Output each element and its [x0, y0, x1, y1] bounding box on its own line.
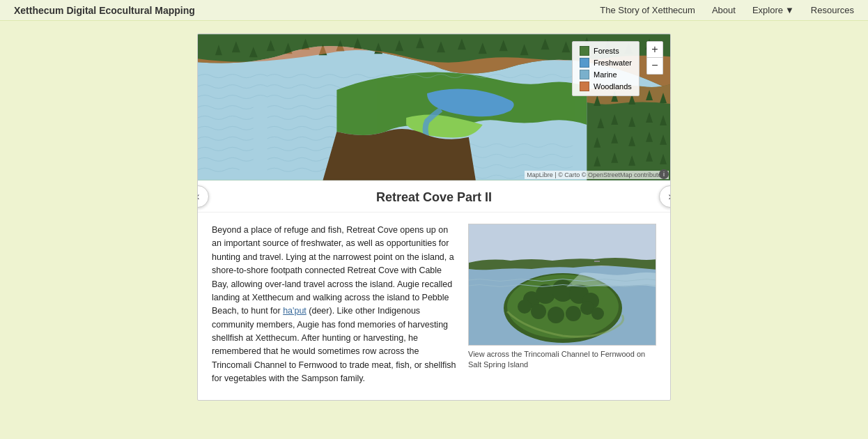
- legend-swatch-woodlands: [580, 82, 589, 91]
- slide-text-block: Beyond a place of refuge and fish, Retre…: [212, 224, 457, 386]
- legend-item-freshwater: Freshwater: [580, 58, 632, 68]
- map-legend: Forests Freshwater Marine Woodlands: [572, 41, 640, 96]
- chevron-right-icon: ›: [668, 190, 671, 203]
- prev-slide-button[interactable]: ‹: [197, 185, 209, 208]
- legend-swatch-marine: [580, 70, 589, 79]
- site-logo: Xetthecum Digital Ecocultural Mapping: [14, 5, 195, 16]
- nav-explore[interactable]: Explore ▼: [752, 5, 794, 15]
- next-slide-button[interactable]: ›: [659, 185, 671, 208]
- map-attribution: MapLibre | © Carto © OpenStreetMap contr…: [525, 171, 669, 179]
- slide-content: Beyond a place of refuge and fish, Retre…: [198, 213, 670, 400]
- legend-item-marine: Marine: [580, 70, 632, 79]
- navbar: Xetthecum Digital Ecocultural Mapping Th…: [0, 0, 868, 21]
- slide-image-caption: View across the Trincomali Channel to Fe…: [468, 349, 656, 371]
- legend-label-woodlands: Woodlands: [594, 82, 632, 91]
- main-content: + − Forests Freshwater Marine: [0, 21, 868, 439]
- slide-image: [468, 224, 656, 346]
- slide-text-after: (deer). Like other Indigenous community …: [212, 306, 456, 383]
- slide-title-section: ‹ Retreat Cove Part II ›: [198, 180, 670, 213]
- legend-label-marine: Marine: [594, 70, 617, 79]
- nav-about[interactable]: About: [712, 5, 736, 15]
- svg-point-58: [566, 306, 581, 321]
- slide-text-link[interactable]: ha'put: [283, 306, 307, 316]
- svg-point-57: [548, 307, 564, 323]
- map-info-icon[interactable]: i: [659, 169, 669, 179]
- zoom-in-button[interactable]: +: [646, 41, 663, 58]
- legend-item-woodlands: Woodlands: [580, 82, 632, 91]
- legend-swatch-freshwater: [580, 58, 589, 68]
- map-section: + − Forests Freshwater Marine: [198, 34, 670, 180]
- slide-image-svg: [469, 224, 656, 346]
- chevron-left-icon: ‹: [197, 190, 200, 203]
- legend-item-forests: Forests: [580, 46, 632, 56]
- slide-text-main: Beyond a place of refuge and fish, Retre…: [212, 225, 454, 316]
- zoom-out-button[interactable]: −: [646, 58, 663, 75]
- svg-point-60: [591, 307, 604, 320]
- svg-point-55: [518, 300, 532, 314]
- nav-resources[interactable]: Resources: [811, 5, 854, 15]
- legend-label-freshwater: Freshwater: [594, 59, 632, 67]
- legend-label-forests: Forests: [594, 47, 619, 55]
- slide-image-block: View across the Trincomali Channel to Fe…: [468, 224, 656, 386]
- svg-rect-47: [594, 261, 600, 262]
- nav-story[interactable]: The Story of Xetthecum: [600, 5, 695, 15]
- svg-point-56: [531, 304, 546, 319]
- legend-swatch-forests: [580, 46, 589, 56]
- chevron-down-icon: ▼: [785, 5, 794, 15]
- slide-title: Retreat Cove Part II: [212, 190, 656, 205]
- map-controls: + −: [646, 41, 663, 75]
- slide-card: + − Forests Freshwater Marine: [197, 33, 671, 401]
- nav-links: The Story of Xetthecum About Explore ▼ R…: [600, 5, 854, 15]
